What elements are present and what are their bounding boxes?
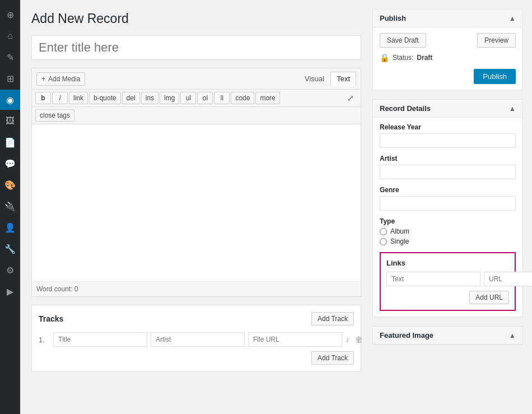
featured-image-header: Featured Image ▲ [373, 327, 522, 345]
post-title-input[interactable] [31, 35, 361, 60]
visual-text-tabs: Visual Text [298, 72, 356, 86]
toolbar-italic[interactable]: i [52, 92, 68, 104]
toolbar-img[interactable]: img [160, 92, 179, 104]
genre-input[interactable] [380, 196, 516, 211]
artist-label: Artist [380, 155, 516, 162]
genre-label: Genre [380, 186, 516, 194]
featured-image-toggle[interactable]: ▲ [509, 332, 516, 339]
track-title-input[interactable] [53, 332, 147, 347]
track-delete-button[interactable]: 🗑 [353, 334, 365, 345]
toolbar-bold[interactable]: b [35, 92, 51, 104]
links-title: Links [386, 259, 509, 267]
posts-icon[interactable]: ✎ [0, 47, 20, 67]
editor-topbar: + Add Media Visual Text [32, 68, 361, 90]
add-url-button[interactable]: Add URL [469, 291, 509, 304]
links-footer: Add URL [386, 291, 509, 304]
link-text-input[interactable] [386, 272, 480, 286]
tracks-section: Tracks Add Track 1. ♪ 🗑 Add Track [31, 305, 361, 372]
type-group: Type Album Single [380, 217, 516, 245]
featured-image-title: Featured Image [380, 331, 433, 339]
toolbar-bquote[interactable]: b-quote [89, 92, 121, 104]
tab-text[interactable]: Text [330, 72, 356, 86]
links-section: Links 🗑 Add URL [380, 252, 516, 311]
toolbar-more[interactable]: more [255, 92, 279, 104]
release-year-group: Release Year [380, 123, 516, 148]
toolbar-ul[interactable]: ul [180, 92, 196, 104]
plugins-icon[interactable]: 🔌 [0, 196, 20, 216]
lock-icon: 🔒 [380, 53, 389, 62]
type-single-radio[interactable] [380, 238, 387, 245]
publish-footer: Publish [380, 69, 516, 84]
type-album-row: Album [380, 227, 516, 235]
publish-button[interactable]: Publish [474, 69, 516, 84]
add-media-label: Add Media [48, 75, 80, 83]
toolbar-link[interactable]: link [69, 92, 88, 104]
add-media-icon: + [41, 75, 45, 83]
genre-group: Genre [380, 186, 516, 211]
toolbar-li[interactable]: li [214, 92, 230, 104]
toolbar-del[interactable]: del [122, 92, 140, 104]
type-album-radio[interactable] [380, 228, 387, 235]
tab-visual[interactable]: Visual [298, 72, 330, 86]
tracks-footer-add-button[interactable]: Add Track [311, 351, 354, 365]
release-year-label: Release Year [380, 123, 516, 131]
wordpress-icon[interactable]: ⊕ [0, 4, 20, 25]
record-details-panel: Record Details ▲ Release Year Artist Gen… [372, 99, 523, 317]
featured-image-panel: Featured Image ▲ [372, 326, 523, 345]
play-icon[interactable]: ▶ [0, 281, 20, 301]
settings-icon[interactable]: ⚙ [0, 260, 20, 280]
add-media-button[interactable]: + Add Media [36, 72, 85, 86]
toolbar-close-tags[interactable]: close tags [35, 109, 74, 122]
link-row: 🗑 [386, 272, 509, 286]
toolbar-ins[interactable]: ins [141, 92, 158, 104]
type-single-label: Single [390, 238, 409, 245]
users-icon[interactable]: 👤 [0, 217, 20, 238]
record-icon[interactable]: ◉ [0, 90, 20, 110]
publish-panel-title: Publish [380, 14, 406, 22]
artist-input[interactable] [380, 165, 516, 179]
link-url-input[interactable] [484, 272, 532, 286]
tracks-title: Tracks [39, 314, 63, 323]
pages-icon[interactable]: 📄 [0, 132, 20, 152]
editor-box: + Add Media Visual Text b i link b-quote… [31, 68, 361, 297]
grid-icon[interactable]: ⊞ [0, 68, 20, 89]
dashboard-icon[interactable]: ⌂ [0, 26, 20, 46]
record-details-toggle[interactable]: ▲ [509, 105, 516, 113]
left-nav: ⊕ ⌂ ✎ ⊞ ◉ 🖼 📄 💬 🎨 🔌 👤 🔧 ⚙ ▶ [0, 0, 20, 414]
media-icon[interactable]: 🖼 [0, 111, 20, 131]
comments-icon[interactable]: 💬 [0, 153, 20, 174]
preview-button[interactable]: Preview [477, 33, 516, 48]
status-value: Draft [417, 54, 432, 62]
appearance-icon[interactable]: 🎨 [0, 175, 20, 195]
editor-content[interactable] [32, 124, 361, 281]
tools-icon[interactable]: 🔧 [0, 239, 20, 259]
toolbar-expand-icon[interactable]: ⤢ [344, 92, 357, 104]
publish-panel-body: Save Draft Preview 🔒 Status: Draft Publi… [373, 27, 522, 90]
add-track-button[interactable]: Add Track [311, 312, 354, 325]
save-draft-button[interactable]: Save Draft [380, 33, 426, 48]
right-panels: Publish ▲ Save Draft Preview 🔒 Status: D… [372, 0, 532, 414]
track-artist-input[interactable] [151, 332, 245, 347]
type-album-label: Album [390, 227, 409, 235]
word-count-label: Word count: [36, 285, 72, 293]
editor-toolbar-row1: b i link b-quote del ins img ul ol li co… [32, 90, 361, 107]
toolbar-code[interactable]: code [231, 92, 254, 104]
toolbar-ol[interactable]: ol [197, 92, 213, 104]
word-count-value: 0 [74, 285, 78, 293]
release-year-input[interactable] [380, 133, 516, 148]
track-file-url-input[interactable] [248, 332, 342, 347]
publish-panel: Publish ▲ Save Draft Preview 🔒 Status: D… [372, 9, 523, 90]
editor-toolbar-row2: close tags [32, 107, 361, 124]
content-area: Add New Record + Add Media Visual Text b [20, 0, 532, 414]
record-details-body: Release Year Artist Genre Type [373, 118, 522, 317]
music-icon: ♪ [346, 335, 349, 344]
publish-panel-header: Publish ▲ [373, 10, 522, 27]
word-count: Word count: 0 [32, 281, 361, 296]
editor-column: Add New Record + Add Media Visual Text b [20, 0, 372, 414]
tracks-footer: Add Track [39, 351, 354, 365]
status-row: 🔒 Status: Draft [380, 53, 516, 62]
publish-panel-toggle[interactable]: ▲ [509, 15, 516, 22]
track-number: 1. [39, 336, 50, 344]
artist-group: Artist [380, 155, 516, 179]
tracks-header: Tracks Add Track [39, 312, 354, 325]
